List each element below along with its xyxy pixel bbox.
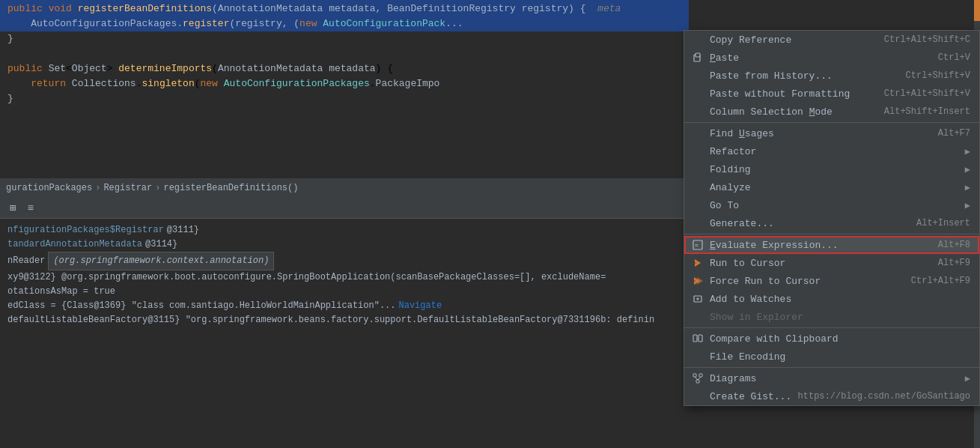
svg-text:=: = xyxy=(695,242,699,249)
menu-item-copy-reference[interactable]: Copy Reference Ctrl+Alt+Shift+C xyxy=(684,31,979,49)
gist-icon xyxy=(692,390,704,402)
gist-url: https://blog.csdn.net/GoSantiago xyxy=(798,391,970,402)
run-cursor-icon xyxy=(692,257,704,269)
var-row-6: edClass = {Class@1369} "class com.santia… xyxy=(7,299,681,313)
menu-item-refactor[interactable]: Refactor ▶ xyxy=(684,142,979,160)
shortcut-evaluate: Alt+F8 xyxy=(938,240,970,250)
menu-item-goto[interactable]: Go To ▶ xyxy=(684,196,979,214)
force-run-cursor-icon xyxy=(692,275,704,287)
separator-4 xyxy=(684,367,979,368)
menu-item-paste-no-format[interactable]: Paste without Formatting Ctrl+Alt+Shift+… xyxy=(684,85,979,103)
menu-item-paste[interactable]: Paste Ctrl+V xyxy=(684,49,979,67)
shortcut-paste-history: Ctrl+Shift+V xyxy=(906,70,970,81)
code-line-7: } xyxy=(0,91,689,106)
menu-label-evaluate: Evaluate Expression... xyxy=(710,240,839,251)
paste-icon xyxy=(692,52,704,64)
shortcut-copy-reference: Ctrl+Alt+Shift+C xyxy=(884,34,970,45)
column-mode-icon xyxy=(692,106,704,118)
menu-label-file-encoding: File Encoding xyxy=(710,351,785,363)
svg-marker-7 xyxy=(697,277,703,285)
var-row-7: defaultListableBeanFactory@3115} "org.sp… xyxy=(7,313,681,327)
menu-item-add-watches[interactable]: Add to Watches xyxy=(684,290,979,308)
code-line-5: public Set<Object> determineImports(Anno… xyxy=(0,61,689,76)
menu-item-diagrams[interactable]: Diagrams ▶ xyxy=(684,369,979,387)
copy-reference-icon xyxy=(692,34,704,46)
shortcut-column-mode: Alt+Shift+Insert xyxy=(884,106,970,117)
var-row-5: otationsAsMap = true xyxy=(7,285,681,299)
folding-arrow: ▶ xyxy=(965,164,970,175)
svg-line-19 xyxy=(698,377,701,380)
menu-item-run-cursor[interactable]: Run to Cursor Alt+F9 xyxy=(684,254,979,272)
shortcut-run-cursor: Alt+F9 xyxy=(938,258,970,268)
menu-label-analyze: Analyze xyxy=(710,182,751,193)
watch-icon xyxy=(692,293,704,305)
list-icon[interactable]: ≡ xyxy=(24,202,37,215)
code-line-1: public void registerBeanDefinitions(Anno… xyxy=(0,0,689,16)
menu-item-find-usages[interactable]: Find Usages Alt+F7 xyxy=(684,124,979,142)
menu-item-generate[interactable]: Generate... Alt+Insert xyxy=(684,214,979,232)
menu-item-force-run-cursor[interactable]: Force Run to Cursor Ctrl+Alt+F9 xyxy=(684,272,979,290)
debug-panel: ⊞ ≡ nfigurationPackages$Registrar@3111} … xyxy=(0,198,689,448)
analyze-icon xyxy=(692,181,704,193)
goto-icon xyxy=(692,199,704,211)
separator-2 xyxy=(684,234,979,234)
menu-label-diagrams: Diagrams xyxy=(710,373,756,384)
panel-toolbar: ⊞ ≡ xyxy=(0,198,689,219)
refactor-icon xyxy=(692,145,704,157)
menu-label-refactor: Refactor xyxy=(710,146,756,157)
svg-rect-17 xyxy=(696,380,699,383)
menu-item-compare-clipboard[interactable]: Compare with Clipboard xyxy=(684,330,979,348)
breadcrumb-item-2: Registrar xyxy=(103,183,152,193)
menu-label-column-mode: Column Selection Mode xyxy=(710,106,833,118)
menu-item-file-encoding[interactable]: File Encoding xyxy=(684,348,979,366)
menu-label-paste-history: Paste from History... xyxy=(710,70,833,82)
svg-rect-13 xyxy=(699,335,702,342)
menu-label-force-run-cursor: Force Run to Cursor xyxy=(710,276,821,287)
folding-icon xyxy=(692,163,704,175)
shortcut-generate: Alt+Insert xyxy=(916,218,970,228)
goto-arrow: ▶ xyxy=(965,200,970,211)
analyze-arrow: ▶ xyxy=(965,182,970,193)
separator-1 xyxy=(684,122,979,123)
explorer-icon xyxy=(692,311,704,323)
menu-item-folding[interactable]: Folding ▶ xyxy=(684,160,979,178)
menu-item-create-gist[interactable]: Create Gist... https://blog.csdn.net/GoS… xyxy=(684,387,979,405)
menu-item-show-explorer: Show in Explorer xyxy=(684,308,979,326)
menu-item-column-mode[interactable]: Column Selection Mode Alt+Shift+Insert xyxy=(684,103,979,121)
breadcrumb-item-3: registerBeanDefinitions() xyxy=(163,183,298,193)
separator-3 xyxy=(684,327,979,328)
eval-icon: = xyxy=(692,239,704,251)
code-line-6: return Collections.singleton(new AutoCon… xyxy=(0,76,689,91)
diagrams-icon xyxy=(692,372,704,384)
shortcut-force-run-cursor: Ctrl+Alt+F9 xyxy=(911,276,970,286)
svg-rect-16 xyxy=(699,374,702,377)
menu-label-create-gist: Create Gist... xyxy=(710,391,791,402)
navigate-link[interactable]: Navigate xyxy=(398,299,442,313)
menu-label-run-cursor: Run to Cursor xyxy=(710,258,785,269)
menu-label-copy-reference: Copy Reference xyxy=(710,34,791,46)
menu-item-evaluate[interactable]: = Evaluate Expression... Alt+F8 xyxy=(684,236,979,254)
svg-line-18 xyxy=(695,377,698,380)
code-line-3: } xyxy=(0,31,689,46)
menu-label-compare-clipboard: Compare with Clipboard xyxy=(710,333,839,345)
menu-item-analyze[interactable]: Analyze ▶ xyxy=(684,178,979,196)
refactor-arrow: ▶ xyxy=(965,146,970,157)
var-row-3: nReader (org.springframework.context.ann… xyxy=(7,252,681,270)
grid-icon[interactable]: ⊞ xyxy=(6,202,19,215)
find-usages-icon xyxy=(692,127,704,139)
svg-rect-1 xyxy=(696,53,700,57)
menu-label-paste-no-format: Paste without Formatting xyxy=(710,88,850,100)
menu-label-generate: Generate... xyxy=(710,218,774,229)
file-encoding-icon xyxy=(692,351,704,363)
shortcut-find-usages: Alt+F7 xyxy=(938,128,970,139)
validity-indicator xyxy=(974,0,980,21)
menu-item-paste-history[interactable]: Paste from History... Ctrl+Shift+V xyxy=(684,67,979,85)
diagrams-arrow: ▶ xyxy=(965,373,970,384)
menu-label-show-explorer: Show in Explorer xyxy=(710,312,803,323)
context-menu: Copy Reference Ctrl+Alt+Shift+C Paste Ct… xyxy=(684,30,980,406)
var-row-1: nfigurationPackages$Registrar@3111} xyxy=(7,223,681,237)
var-row-4: xy9@3122} @org.springframework.boot.auto… xyxy=(7,270,681,285)
shortcut-paste: Ctrl+V xyxy=(938,52,970,63)
shortcut-paste-no-format: Ctrl+Alt+Shift+V xyxy=(884,88,970,99)
code-line-4 xyxy=(0,46,689,61)
